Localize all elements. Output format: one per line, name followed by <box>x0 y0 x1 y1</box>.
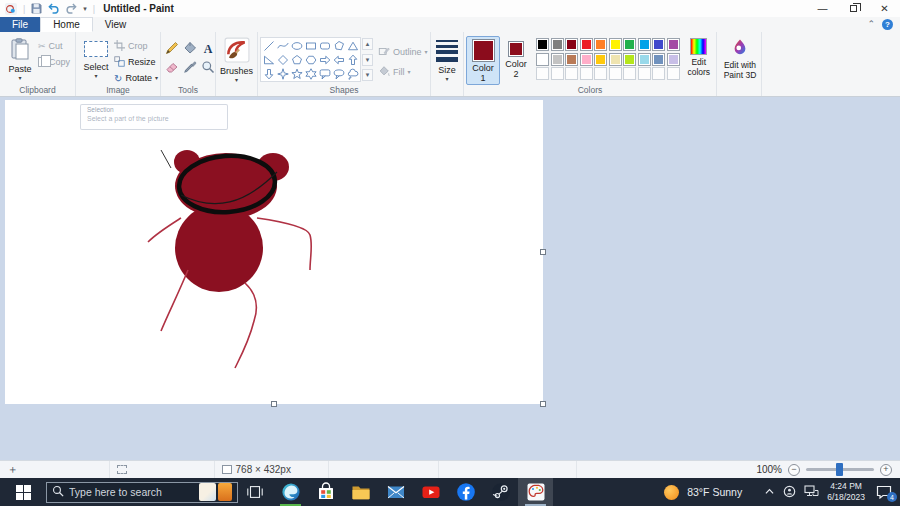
palette-swatch[interactable] <box>667 53 680 66</box>
shapes-more-icon[interactable]: ▼ <box>362 69 373 81</box>
color2-button[interactable]: Color 2 <box>500 36 532 80</box>
save-icon[interactable] <box>31 3 42 14</box>
shape-pentagon[interactable] <box>290 53 303 66</box>
crop-button[interactable]: Crop <box>114 39 158 53</box>
shape-arrow-left[interactable] <box>332 53 345 66</box>
shape-curve[interactable] <box>276 39 289 52</box>
shape-right-triangle[interactable] <box>262 53 275 66</box>
outline-button[interactable]: Outline▾ <box>378 45 428 59</box>
palette-swatch-empty[interactable] <box>580 67 593 80</box>
search-box[interactable] <box>46 482 238 503</box>
canvas-resize-handle-right[interactable] <box>540 249 546 255</box>
zoom-slider[interactable] <box>806 468 874 471</box>
palette-swatch-empty[interactable] <box>623 67 636 80</box>
rotate-button[interactable]: ↻Rotate▾ <box>114 71 158 85</box>
tab-view[interactable]: View <box>93 17 139 32</box>
notification-button[interactable]: 4 <box>873 485 895 499</box>
taskbar-app-explorer[interactable] <box>343 478 378 506</box>
palette-swatch[interactable] <box>623 53 636 66</box>
shape-star-4[interactable] <box>276 67 289 80</box>
palette-swatch-empty[interactable] <box>609 67 622 80</box>
undo-icon[interactable] <box>47 3 60 14</box>
copy-button[interactable]: Copy <box>38 55 70 69</box>
edit-colors-button[interactable]: Edit colors <box>684 36 715 77</box>
palette-swatch[interactable] <box>594 38 607 51</box>
search-input[interactable] <box>69 486 194 498</box>
palette-swatch[interactable] <box>536 38 549 51</box>
zoom-slider-thumb[interactable] <box>836 463 843 476</box>
color1-button[interactable]: Color 1 <box>466 36 500 85</box>
shape-ellipse[interactable] <box>290 39 303 52</box>
palette-swatch-empty[interactable] <box>594 67 607 80</box>
palette-swatch-empty[interactable] <box>652 67 665 80</box>
taskbar-app-edge[interactable] <box>273 478 308 506</box>
eraser-icon[interactable] <box>164 58 180 75</box>
select-button[interactable]: Select ▾ <box>78 36 114 79</box>
palette-swatch[interactable] <box>565 53 578 66</box>
color-picker-icon[interactable] <box>182 58 198 75</box>
clock[interactable]: 4:24 PM6/18/2023 <box>827 481 865 503</box>
canvas-resize-handle-bottom[interactable] <box>271 401 277 407</box>
network-icon[interactable] <box>804 485 819 499</box>
shape-rectangle[interactable] <box>304 39 317 52</box>
resize-button[interactable]: Resize <box>114 55 158 69</box>
taskbar-app-youtube[interactable] <box>413 478 448 506</box>
palette-swatch[interactable] <box>580 53 593 66</box>
redo-icon[interactable] <box>65 3 78 14</box>
palette-swatch[interactable] <box>580 38 593 51</box>
taskbar-app-facebook[interactable] <box>448 478 483 506</box>
zoom-in-icon[interactable]: + <box>880 464 892 476</box>
sun-icon[interactable] <box>664 485 679 500</box>
palette-swatch[interactable] <box>652 38 665 51</box>
customize-toolbar-icon[interactable]: ▾ <box>83 5 87 12</box>
taskbar-app-paint[interactable] <box>518 478 553 506</box>
shape-star-5[interactable] <box>290 67 303 80</box>
fill-button[interactable]: Fill▾ <box>378 65 428 79</box>
text-icon[interactable]: A <box>200 39 216 56</box>
shape-callout-oval[interactable] <box>332 67 345 80</box>
shape-diamond[interactable] <box>276 53 289 66</box>
tab-file[interactable]: File <box>0 17 40 32</box>
shape-rounded-rectangle[interactable] <box>318 39 331 52</box>
drawing-canvas[interactable] <box>5 100 543 404</box>
taskbar-app-mail[interactable] <box>378 478 413 506</box>
shapes-scroll-down-icon[interactable]: ▼ <box>362 54 373 66</box>
taskbar-app-steam[interactable] <box>483 478 518 506</box>
chevron-up-icon[interactable] <box>764 487 775 498</box>
palette-swatch-empty[interactable] <box>536 67 549 80</box>
palette-swatch[interactable] <box>551 38 564 51</box>
palette-swatch-empty[interactable] <box>551 67 564 80</box>
palette-swatch-empty[interactable] <box>638 67 651 80</box>
palette-swatch[interactable] <box>652 53 665 66</box>
paste-button[interactable]: Paste ▾ <box>2 36 38 81</box>
shape-callout-rounded[interactable] <box>318 67 331 80</box>
palette-swatch[interactable] <box>638 38 651 51</box>
fill-bucket-icon[interactable] <box>182 39 198 56</box>
zoom-out-icon[interactable]: − <box>788 464 800 476</box>
palette-swatch[interactable] <box>594 53 607 66</box>
canvas-resize-handle-corner[interactable] <box>540 401 546 407</box>
palette-swatch[interactable] <box>623 38 636 51</box>
shape-star-6[interactable] <box>304 67 317 80</box>
palette-swatch-empty[interactable] <box>667 67 680 80</box>
palette-swatch[interactable] <box>667 38 680 51</box>
shapes-scroll-up-icon[interactable]: ▲ <box>362 38 373 50</box>
cut-button[interactable]: ✂Cut <box>38 39 70 53</box>
palette-swatch[interactable] <box>565 38 578 51</box>
shape-triangle[interactable] <box>346 39 359 52</box>
shape-polygon[interactable] <box>332 39 345 52</box>
magnifier-icon[interactable] <box>200 58 216 75</box>
close-icon[interactable]: ✕ <box>869 0 900 17</box>
restore-icon[interactable] <box>838 0 869 17</box>
start-button[interactable] <box>0 478 46 506</box>
shape-arrow-down[interactable] <box>262 67 275 80</box>
palette-swatch[interactable] <box>638 53 651 66</box>
edit-with-paint3d-button[interactable]: Edit with Paint 3D <box>719 36 761 81</box>
size-button[interactable]: Size ▾ <box>433 36 461 82</box>
palette-swatch-empty[interactable] <box>565 67 578 80</box>
minimize-icon[interactable]: — <box>807 0 838 17</box>
palette-swatch[interactable] <box>609 38 622 51</box>
weather-text[interactable]: 83°F Sunny <box>687 486 742 498</box>
shape-arrow-up[interactable] <box>346 53 359 66</box>
tab-home[interactable]: Home <box>40 17 93 32</box>
